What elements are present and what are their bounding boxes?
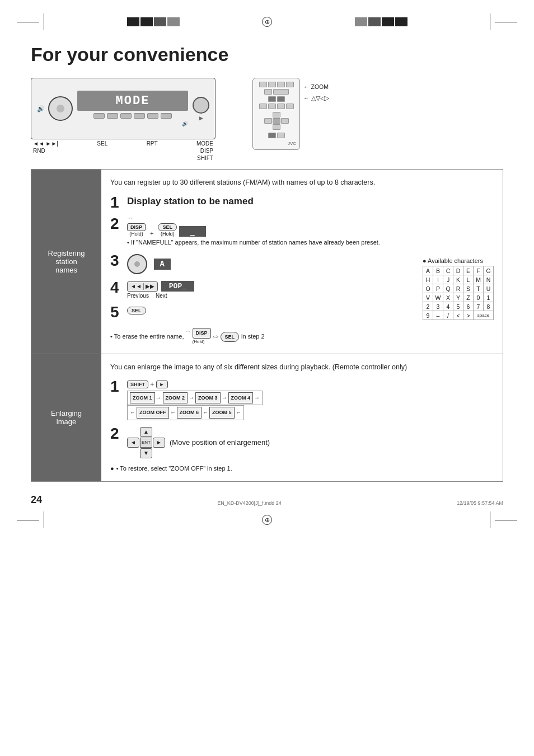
label-shift: SHIFT (31, 155, 216, 161)
main-table: Registering station names You can regist… (31, 169, 503, 482)
chars-row: V W X Y Z 0 1 (423, 293, 494, 302)
arrow-up: ▲ (140, 427, 152, 437)
step-2-buttons: ⌒ DISP (Hold) + SEL (Hold) _ (127, 217, 494, 237)
char-cell: U (484, 284, 494, 293)
char-cell: Y (453, 293, 463, 302)
disp-button: DISP (127, 223, 146, 231)
remote-btn (268, 96, 276, 102)
dpad-up (273, 112, 280, 118)
print-mark (17, 520, 39, 520)
char-cell: 3 (433, 302, 443, 311)
arrow-down: ▼ (140, 448, 152, 458)
zoom-back-box: → ZOOM OFF → ZOOM 6 → ZOOM 5 → (127, 405, 244, 420)
sel-group: SEL (Hold) (158, 223, 177, 237)
page-footer: 24 EN_KD-DV4200[J]_f.indd 24 12/19/05 9:… (0, 487, 534, 506)
steps-3-4-5: 3 A 4 (110, 253, 417, 326)
char-cell: V (423, 293, 433, 302)
label-disp: DISP (200, 148, 213, 154)
chars-section: ● Available characters A B C D E F (423, 255, 494, 326)
char-cell: Z (463, 293, 474, 302)
dpad-empty (281, 124, 289, 130)
step-3-content: A (127, 253, 417, 274)
remote-brand: JVC (256, 141, 296, 146)
step-5-content: SEL (127, 304, 417, 314)
print-mark-v (44, 13, 44, 30)
bullet-restore: ● (110, 464, 114, 474)
remote-row (256, 89, 296, 95)
char-cell: J (443, 275, 453, 284)
radio-button (161, 113, 172, 119)
name-display: POP_ (161, 281, 194, 292)
prev-next-buttons: ◄◄ ▶▶ (127, 281, 158, 292)
chars-row: H I J K L M N (423, 275, 494, 284)
zoom-buttons: SHIFT + ► (127, 380, 494, 388)
remote-btn (277, 133, 285, 138)
char-cell: I (433, 275, 443, 284)
remote-btn (264, 89, 272, 95)
erase-disp-group: ⌒ DISP (Hold) (186, 328, 210, 345)
remote-row (256, 82, 296, 87)
enlarging-row: Enlarging image You can enlarge the imag… (31, 354, 503, 482)
chars-row: 9 – / < > space (423, 311, 494, 320)
enlarging-step-2-content: ▲ ◄ ENT ► ▼ (M (127, 426, 494, 458)
char-cell: L (463, 275, 474, 284)
dpad-center (273, 118, 280, 124)
label-sel: SEL (97, 140, 107, 147)
radio-knob (48, 96, 73, 121)
char-cell: 5 (453, 302, 463, 311)
pm-block (395, 17, 407, 26)
char-cell: N (484, 275, 494, 284)
page-title: For your convenience (31, 44, 503, 65)
page-number: 24 (31, 494, 42, 506)
radio-button (107, 113, 118, 119)
print-marks-center: ⊕ (262, 17, 272, 27)
char-cell-space: space (474, 311, 494, 320)
move-dpad: ▲ ◄ ENT ► ▼ (127, 427, 165, 458)
radio-labels-2: RND DISP (31, 148, 216, 154)
radio-buttons-row (77, 113, 188, 119)
registration-mark: ⊕ (262, 17, 272, 27)
char-cell: T (474, 284, 484, 293)
shift-btn: SHIFT (127, 381, 148, 388)
step-2-number: 2 (110, 216, 123, 232)
remote-btn (259, 82, 267, 87)
remote-btn (286, 82, 294, 87)
remote-labels: ←ZOOM ←△▽◁▷ (303, 78, 329, 101)
char-cell: A (423, 266, 433, 275)
footer-timestamp: 12/19/05 9:57:54 AM (457, 500, 503, 506)
erase-note: • To erase the entire name, ⌒ DISP (Hold… (110, 328, 494, 345)
print-mark (495, 22, 517, 22)
print-marks-center-bottom: ⊕ (262, 515, 272, 525)
print-mark (495, 520, 517, 520)
char-cell: 8 (484, 302, 494, 311)
zoom6: ZOOM 6 (177, 407, 202, 418)
footer-filename: EN_KD-DV4200[J]_f.indd 24 (217, 500, 282, 506)
sel-button-5: SEL (127, 307, 146, 314)
char-cell: M (474, 275, 484, 284)
zoom2: ZOOM 2 (163, 392, 188, 403)
zoom-sequence: ZOOM 1 → ZOOM 2 → ZOOM 3 → ZOOM 4 → (127, 391, 494, 420)
print-marks-blocks-left (127, 17, 180, 26)
label-rnd: RND (33, 148, 45, 154)
char-display: A (154, 259, 171, 270)
step-4-content: ◄◄ ▶▶ POP_ Previous Next (127, 280, 417, 299)
remote-control: JVC (252, 78, 300, 150)
pm-block (355, 17, 367, 26)
arrow-left: ◄ (127, 438, 139, 448)
char-cell: 9 (423, 311, 433, 320)
char-cell: 7 (474, 302, 484, 311)
chars-row: O P Q R S T U (423, 284, 494, 293)
label-rpt: RPT (147, 140, 158, 147)
step-1-content: Display station to be named (127, 195, 494, 209)
label-mode: MODE (196, 140, 213, 147)
radio-button (120, 113, 132, 119)
zoom5: ZOOM 5 (209, 407, 235, 418)
dpad-right (281, 118, 289, 124)
restore-note: ● • To restore, select "ZOOM OFF" in ste… (110, 464, 494, 474)
radio-button (93, 113, 105, 119)
sel-button: SEL (158, 223, 177, 231)
arrow-right: ► (153, 438, 165, 448)
enlarging-content: You can enlarge the image to any of six … (101, 354, 503, 482)
print-mark-v (44, 511, 44, 528)
char-cell: – (433, 311, 443, 320)
